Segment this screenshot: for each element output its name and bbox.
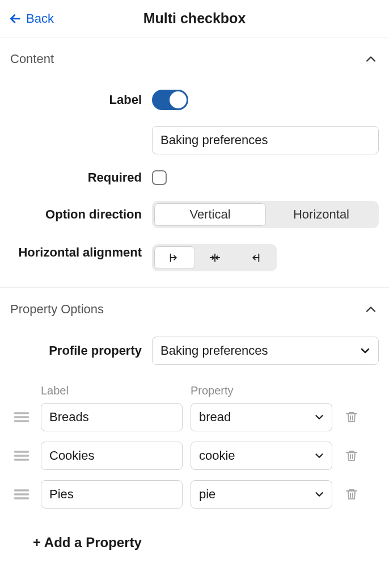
- delete-option-button[interactable]: [340, 488, 363, 501]
- property-options-column-headers: Label Property: [10, 384, 379, 397]
- chevron-up-icon: [363, 301, 379, 317]
- section-property-options: Property Options Profile property Label …: [0, 288, 389, 566]
- option-property-select[interactable]: [191, 480, 332, 509]
- column-label-header: Label: [41, 384, 183, 397]
- trash-icon: [345, 410, 358, 424]
- row-required: Required: [10, 170, 379, 185]
- align-left-button[interactable]: [154, 246, 195, 269]
- header: Back Multi checkbox: [0, 0, 389, 37]
- property-option-row: [10, 480, 379, 509]
- property-option-row: [10, 442, 379, 470]
- drag-handle-icon: [14, 450, 29, 462]
- arrow-left-icon: [8, 11, 23, 26]
- row-profile-property: Profile property: [10, 337, 379, 365]
- delete-option-button[interactable]: [340, 449, 363, 463]
- section-content-header[interactable]: Content: [10, 51, 379, 67]
- row-horizontal-alignment: Horizontal alignment: [10, 244, 379, 271]
- drag-handle[interactable]: [10, 450, 33, 462]
- section-property-options-header[interactable]: Property Options: [10, 301, 379, 317]
- align-center-icon: [209, 253, 221, 263]
- drag-handle[interactable]: [10, 488, 33, 501]
- horizontal-alignment-segmented: [152, 244, 277, 271]
- option-label-input[interactable]: [41, 442, 183, 470]
- label-toggle-label: Label: [10, 93, 142, 107]
- align-right-icon: [248, 253, 261, 263]
- profile-property-label: Profile property: [10, 343, 142, 358]
- trash-icon: [345, 488, 358, 501]
- chevron-up-icon: [363, 51, 379, 67]
- option-property-select[interactable]: [191, 442, 332, 470]
- section-content: Content Label Required Option direction …: [0, 37, 389, 288]
- required-label: Required: [10, 170, 142, 185]
- profile-property-select[interactable]: [152, 337, 379, 365]
- option-direction-vertical[interactable]: Vertical: [154, 203, 266, 226]
- add-property-button[interactable]: + Add a Property: [33, 535, 142, 551]
- back-button[interactable]: Back: [8, 0, 54, 37]
- label-input[interactable]: [152, 126, 379, 154]
- option-label-input[interactable]: [41, 403, 183, 431]
- delete-option-button[interactable]: [340, 410, 363, 424]
- property-option-row: [10, 403, 379, 431]
- horizontal-alignment-label: Horizontal alignment: [10, 244, 142, 261]
- drag-handle-icon: [14, 488, 29, 501]
- align-center-button[interactable]: [195, 246, 235, 269]
- drag-handle-icon: [14, 411, 29, 423]
- align-right-button[interactable]: [235, 246, 274, 269]
- option-property-select[interactable]: [191, 403, 332, 431]
- option-direction-segmented: Vertical Horizontal: [152, 201, 379, 228]
- option-direction-label: Option direction: [10, 207, 142, 222]
- required-checkbox[interactable]: [152, 170, 167, 185]
- option-label-input[interactable]: [41, 480, 183, 509]
- drag-handle[interactable]: [10, 411, 33, 423]
- align-left-icon: [168, 253, 181, 263]
- page-title: Multi checkbox: [143, 10, 246, 27]
- label-toggle[interactable]: [152, 90, 188, 110]
- row-option-direction: Option direction Vertical Horizontal: [10, 201, 379, 228]
- row-label-input: [10, 126, 379, 154]
- column-property-header: Property: [191, 384, 332, 397]
- back-label: Back: [26, 11, 54, 26]
- row-label-toggle: Label: [10, 90, 379, 110]
- section-content-title: Content: [10, 52, 54, 66]
- section-property-options-title: Property Options: [10, 302, 104, 317]
- trash-icon: [345, 449, 358, 463]
- option-direction-horizontal[interactable]: Horizontal: [266, 203, 377, 226]
